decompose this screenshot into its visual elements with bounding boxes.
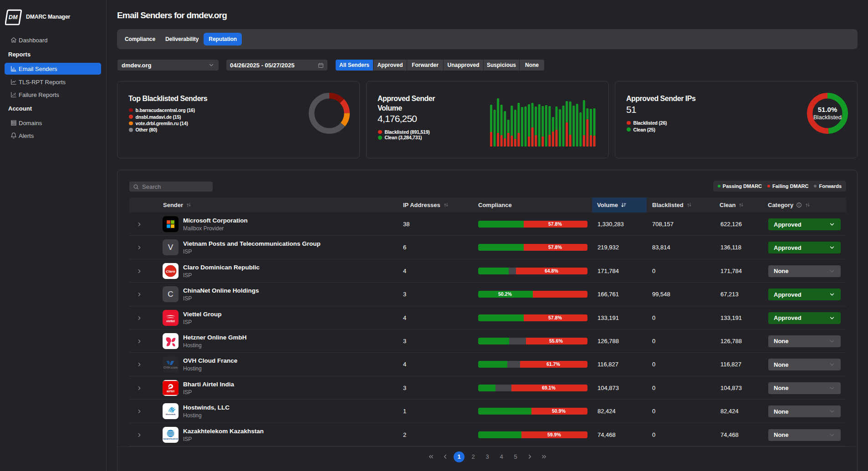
svg-text:Hostwinds: Hostwinds [165,413,176,415]
svg-text:airtel: airtel [167,389,174,393]
svg-text:DM: DM [9,14,18,20]
svg-text:KAZAKHTELEKOM: KAZAKHTELEKOM [163,438,178,440]
svg-text:OVH.com: OVH.com [163,366,178,369]
svg-text:viettel: viettel [166,319,175,323]
svg-text:Claro: Claro [166,269,175,273]
